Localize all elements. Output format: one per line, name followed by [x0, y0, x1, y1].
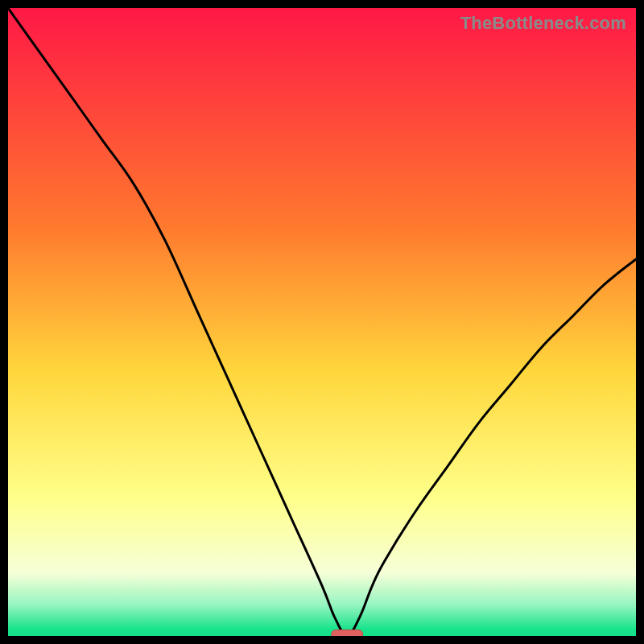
- optimal-marker: [332, 630, 363, 636]
- chart-frame: TheBottleneck.com: [8, 8, 636, 636]
- gradient-background: [8, 8, 636, 636]
- bottleneck-chart: [8, 8, 636, 636]
- watermark-text: TheBottleneck.com: [460, 13, 626, 34]
